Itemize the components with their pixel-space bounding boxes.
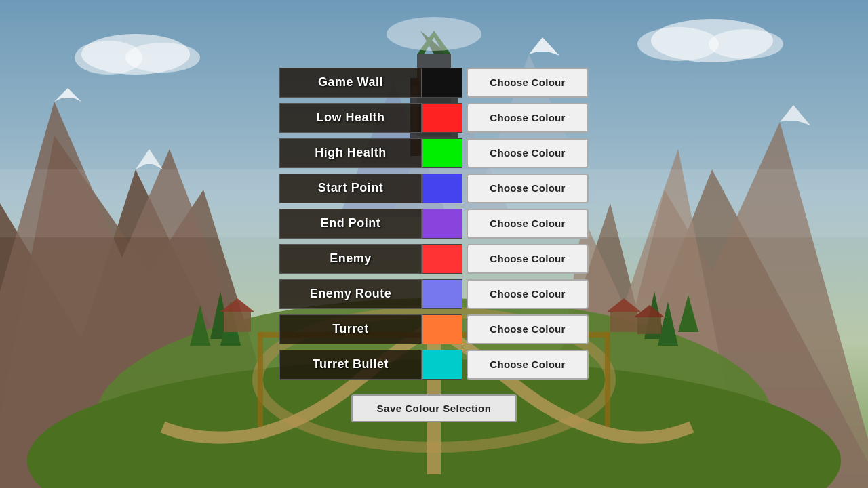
row-game-wall: Game WallChoose Colour <box>279 66 589 99</box>
choose-colour-button-turret-bullet[interactable]: Choose Colour <box>467 350 589 380</box>
label-high-health: High Health <box>279 138 422 168</box>
choose-colour-button-turret[interactable]: Choose Colour <box>467 314 589 344</box>
choose-colour-button-game-wall[interactable]: Choose Colour <box>467 68 589 98</box>
label-game-wall: Game Wall <box>279 68 422 98</box>
row-high-health: High HealthChoose Colour <box>279 137 589 169</box>
row-turret-bullet: Turret BulletChoose Colour <box>279 348 589 381</box>
choose-colour-button-low-health[interactable]: Choose Colour <box>467 103 589 133</box>
choose-colour-button-enemy-route[interactable]: Choose Colour <box>467 279 589 309</box>
swatch-enemy-route[interactable] <box>422 279 462 309</box>
swatch-game-wall[interactable] <box>422 68 462 98</box>
swatch-enemy[interactable] <box>422 244 462 274</box>
label-enemy-route: Enemy Route <box>279 279 422 309</box>
label-enemy: Enemy <box>279 244 422 274</box>
choose-colour-button-start-point[interactable]: Choose Colour <box>467 174 589 203</box>
colour-settings-panel: Game WallChoose ColourLow HealthChoose C… <box>279 66 589 381</box>
swatch-turret[interactable] <box>422 314 462 344</box>
save-button[interactable]: Save Colour Selection <box>351 394 517 422</box>
row-end-point: End PointChoose Colour <box>279 207 589 240</box>
choose-colour-button-high-health[interactable]: Choose Colour <box>467 138 589 168</box>
choose-colour-button-enemy[interactable]: Choose Colour <box>467 244 589 274</box>
swatch-end-point[interactable] <box>422 209 462 239</box>
label-start-point: Start Point <box>279 174 422 203</box>
label-turret: Turret <box>279 314 422 344</box>
label-end-point: End Point <box>279 209 422 239</box>
choose-colour-button-end-point[interactable]: Choose Colour <box>467 209 589 239</box>
swatch-turret-bullet[interactable] <box>422 350 462 380</box>
swatch-start-point[interactable] <box>422 174 462 203</box>
swatch-low-health[interactable] <box>422 103 462 133</box>
swatch-high-health[interactable] <box>422 138 462 168</box>
row-start-point: Start PointChoose Colour <box>279 172 589 205</box>
label-turret-bullet: Turret Bullet <box>279 350 422 380</box>
label-low-health: Low Health <box>279 103 422 133</box>
row-enemy-route: Enemy RouteChoose Colour <box>279 278 589 310</box>
row-turret: TurretChoose Colour <box>279 313 589 346</box>
row-enemy: EnemyChoose Colour <box>279 243 589 275</box>
row-low-health: Low HealthChoose Colour <box>279 102 589 134</box>
